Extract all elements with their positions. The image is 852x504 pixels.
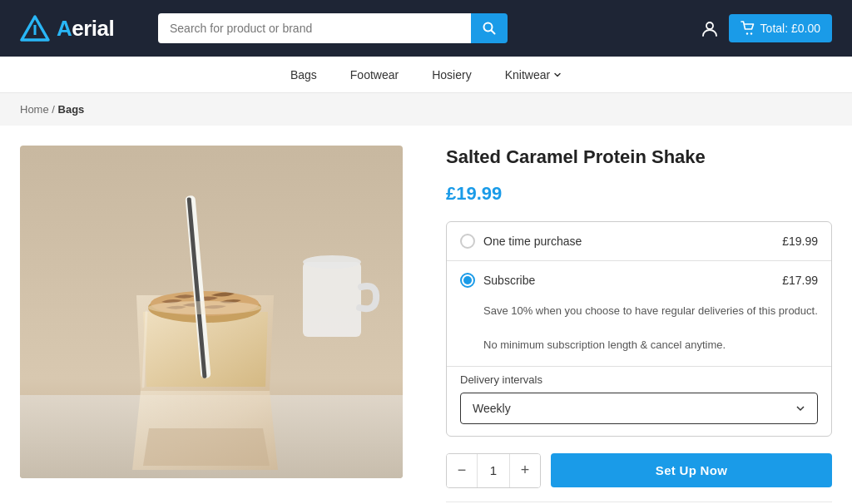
purchase-options-box: One time purchase £19.99 Subscribe £17.9… <box>446 221 832 437</box>
add-to-cart-row: − + Set Up Now <box>446 453 832 488</box>
product-details-column: Salted Caramel Protein Shake £19.99 One … <box>419 146 832 502</box>
quantity-decrease-button[interactable]: − <box>447 454 477 487</box>
logo-icon <box>20 13 50 43</box>
svg-point-5 <box>746 32 747 34</box>
nav-item-bags[interactable]: Bags <box>287 58 320 91</box>
main-content: Salted Caramel Protein Shake £19.99 One … <box>0 126 852 504</box>
breadcrumb-home[interactable]: Home <box>20 103 49 116</box>
breadcrumb-current: Bags <box>58 103 85 116</box>
breadcrumb: Home / Bags <box>0 93 852 126</box>
search-button[interactable] <box>471 13 508 43</box>
svg-rect-9 <box>303 262 361 337</box>
one-time-label: One time purchase <box>483 235 782 248</box>
delivery-interval-select[interactable]: Weekly Fortnightly Monthly <box>460 393 818 424</box>
svg-line-3 <box>492 31 495 34</box>
one-time-radio[interactable] <box>460 234 475 249</box>
svg-point-6 <box>750 32 751 34</box>
user-icon <box>701 19 719 37</box>
one-time-price: £19.99 <box>782 235 818 248</box>
divider <box>446 502 832 502</box>
search-icon <box>483 22 496 35</box>
delivery-section: Delivery intervals Weekly Fortnightly Mo… <box>447 366 831 436</box>
subscribe-label: Subscribe <box>483 274 782 287</box>
cart-button[interactable]: Total: £0.00 <box>729 14 832 42</box>
product-image-column <box>20 146 419 502</box>
delivery-label: Delivery intervals <box>460 373 818 386</box>
search-input[interactable] <box>158 13 471 43</box>
subscribe-section: Subscribe £17.99 Save 10% when you choos… <box>447 261 831 436</box>
set-up-now-button[interactable]: Set Up Now <box>551 453 832 487</box>
nav-item-hosiery[interactable]: Hosiery <box>428 58 474 91</box>
quantity-increase-button[interactable]: + <box>510 454 540 487</box>
chevron-down-icon <box>553 71 562 79</box>
nav-knitwear-label: Knitwear <box>505 68 550 82</box>
subscribe-option[interactable]: Subscribe £17.99 <box>447 261 831 299</box>
subscribe-details: Save 10% when you choose to have regular… <box>447 299 831 366</box>
logo[interactable]: Aerial <box>20 13 145 43</box>
svg-point-15 <box>148 301 261 314</box>
svg-point-10 <box>303 255 361 269</box>
quantity-control: − + <box>446 453 541 488</box>
subscribe-detail-2: No minimum subscription length & cancel … <box>483 337 818 354</box>
breadcrumb-separator: / <box>52 103 57 116</box>
one-time-purchase-option[interactable]: One time purchase £19.99 <box>447 222 831 261</box>
svg-point-4 <box>706 22 713 29</box>
main-nav: Bags Footwear Hosiery Knitwear <box>0 57 852 93</box>
logo-text: Aerial <box>57 16 114 42</box>
product-price: £19.99 <box>446 183 832 205</box>
header-actions: Total: £0.00 <box>701 14 832 42</box>
product-title: Salted Caramel Protein Shake <box>446 146 832 170</box>
nav-item-footwear[interactable]: Footwear <box>347 58 402 91</box>
cart-total: Total: £0.00 <box>760 22 820 35</box>
search-bar <box>158 13 508 43</box>
product-image <box>20 146 403 478</box>
subscribe-detail-1: Save 10% when you choose to have regular… <box>483 303 818 320</box>
nav-item-knitwear[interactable]: Knitwear <box>502 58 565 91</box>
cart-icon <box>741 21 755 36</box>
subscribe-price: £17.99 <box>782 274 818 287</box>
subscribe-radio[interactable] <box>460 273 475 288</box>
user-account-button[interactable] <box>701 19 719 37</box>
site-header: Aerial Total: £0.00 <box>0 0 852 57</box>
quantity-input[interactable] <box>477 454 510 487</box>
